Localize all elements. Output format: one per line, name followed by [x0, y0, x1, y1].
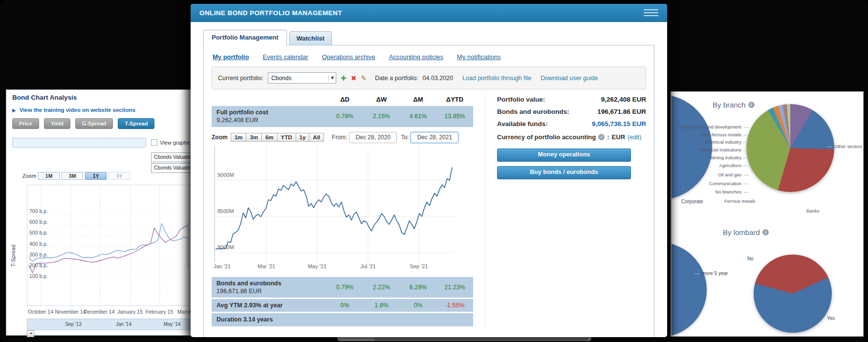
section-nav: My portfolio Events calendar Operations … — [212, 51, 646, 66]
delta-d-header: ΔD — [326, 96, 363, 103]
add-portfolio-icon[interactable]: ✚ — [341, 74, 347, 82]
menu-icon[interactable] — [644, 6, 658, 20]
current-portfolio-label: Current portfolio: — [218, 75, 263, 82]
pct-value: 6.29% — [400, 284, 436, 291]
navigator-tick: Sep '13 — [65, 321, 82, 327]
delta-m-header: ΔM — [400, 96, 436, 103]
zoom-3m-button[interactable]: 3m — [246, 133, 262, 142]
x-tick: January 15 — [117, 309, 143, 315]
tab-content: My portfolio Events calendar Operations … — [203, 45, 654, 337]
portfolio-value-chart: 9000M 8500M 8000M — [212, 146, 456, 263]
zoom-1y-button[interactable]: 1Y — [85, 172, 107, 180]
metric-button-group: Price Yield G-Spread T-Spread — [12, 118, 154, 129]
currency-separator: : — [607, 133, 609, 141]
yield-button[interactable]: Yield — [44, 118, 70, 129]
play-icon: ▶ — [12, 107, 16, 113]
nav-operations-archive[interactable]: Operations archive — [322, 53, 375, 61]
pct-value: 13.85% — [436, 113, 473, 120]
chart-title: By lombard — [723, 228, 760, 236]
pct-value: 0% — [326, 302, 363, 309]
pct-value: 4.61% — [400, 113, 436, 120]
zoom-6m-button[interactable]: 6m — [261, 133, 278, 142]
buy-bonds-button[interactable]: Buy bonds / eurobonds — [497, 166, 631, 179]
by-lombard-pie-chart — [754, 255, 832, 333]
pct-value: -1.55% — [436, 302, 473, 309]
summary-value: 9,262,408 EUR — [601, 96, 646, 103]
edit-currency-link[interactable]: (edit) — [628, 134, 641, 141]
navigator-scroll-left-button[interactable]: ◄ — [27, 330, 34, 337]
summary-label: Available funds: — [497, 120, 548, 128]
pct-value: 21.23% — [436, 284, 473, 291]
bonds-eurobonds-row: Bonds and eurobonds 196,671.86 EUR 0.79%… — [212, 277, 473, 298]
row-title: Avg YTM 2.93% at year — [217, 301, 326, 309]
tab-bar: Portfolio Management Watchlist — [203, 30, 654, 45]
info-icon[interactable]: i — [598, 134, 605, 140]
delta-header-row: ΔD ΔW ΔM ΔYTD — [212, 96, 473, 103]
zoom-1m-button[interactable]: 1M — [38, 172, 60, 180]
background-window-edge — [374, 338, 587, 341]
g-spread-button[interactable]: G-Spread — [75, 118, 113, 129]
portfolio-management-window: ONLINE BOND PORTFOLIO MANAGEMENT Portfol… — [191, 4, 667, 337]
stats-area: ΔD ΔW ΔM ΔYTD Full portfolio cost 9,262,… — [212, 96, 646, 328]
zoom-1m-button[interactable]: 1m — [231, 133, 247, 142]
training-video-link[interactable]: ▶ View the training video on website sec… — [12, 107, 135, 113]
window-body: Portfolio Management Watchlist My portfo… — [191, 22, 667, 337]
y-axis-title: T-Spread — [10, 245, 16, 267]
delete-portfolio-icon[interactable]: ✖ — [351, 74, 357, 82]
window-title: Bond Chart Analysis — [12, 94, 77, 101]
pie-label: Communication — [675, 181, 749, 186]
info-icon[interactable]: i — [748, 102, 755, 108]
tab-portfolio-management[interactable]: Portfolio Management — [203, 30, 287, 45]
portfolio-select[interactable]: Cbonds ▼ — [268, 72, 336, 84]
zoom-3y-button[interactable]: 3Y — [108, 172, 130, 180]
pie-label: Other sectors — [827, 144, 862, 149]
currency-value: EUR — [612, 133, 625, 141]
navigator-tick: May '14 — [164, 321, 181, 327]
money-operations-button[interactable]: Money operations — [497, 149, 631, 162]
summary-value: 9,065,736.15 EUR — [592, 120, 646, 128]
chevron-down-icon: ▼ — [328, 75, 336, 81]
zoom-ytd-button[interactable]: YTD — [277, 133, 296, 142]
bond-search-input[interactable] — [12, 138, 146, 148]
x-axis-labels: Jan '21 Mar '21 May '21 Jul '21 Sep '21 — [212, 263, 473, 271]
left-zoom-controls: Zoom 1M 3M 1Y 3Y — [22, 172, 130, 180]
to-date-input[interactable] — [411, 132, 458, 143]
edit-portfolio-icon[interactable]: ✎ — [361, 74, 367, 82]
zoom-3m-button[interactable]: 3M — [62, 172, 83, 180]
x-tick: November 14 — [55, 309, 86, 315]
available-funds-row: Available funds: 9,065,736.15 EUR — [497, 120, 646, 128]
nav-my-portfolio[interactable]: My portfolio — [213, 53, 249, 61]
y-tick: 600 b.p. — [29, 219, 48, 225]
view-graphic-checkbox[interactable] — [151, 139, 157, 146]
y-tick: 400 b.p. — [29, 241, 48, 247]
t-spread-button[interactable]: T-Spread — [118, 118, 154, 129]
tab-watchlist[interactable]: Watchlist — [289, 31, 332, 45]
x-tick: February 15 — [146, 309, 174, 315]
pie-label: Mining industry — [675, 155, 749, 160]
duration-row: Duration 3.14 years — [212, 313, 473, 326]
window-header: ONLINE BOND PORTFOLIO MANAGEMENT — [191, 4, 667, 22]
pct-value: 0.78% — [326, 113, 363, 120]
pie-label: Agriculture — [675, 163, 749, 168]
by-branch-pie-chart — [746, 104, 834, 192]
pie-label: Non-ferrous metals — [675, 132, 749, 137]
nav-accounting-policies[interactable]: Accounting policies — [389, 53, 443, 61]
from-date-input[interactable] — [349, 132, 397, 143]
price-button[interactable]: Price — [12, 118, 39, 129]
pie-label: No — [747, 256, 754, 261]
row-title: Full portfolio cost — [217, 108, 326, 116]
portfolio-select-value: Cbonds — [271, 75, 291, 82]
download-guide-link[interactable]: Download user guide — [541, 75, 598, 82]
nav-events-calendar[interactable]: Events calendar — [262, 53, 308, 61]
pie-label: Yes — [827, 316, 835, 321]
zoom-all-button[interactable]: All — [309, 133, 324, 142]
load-portfolio-link[interactable]: Load portfolio through file — [462, 75, 531, 82]
nav-my-notifications[interactable]: My notifications — [457, 53, 501, 61]
zoom-1y-button[interactable]: 1y — [296, 133, 310, 142]
info-icon[interactable]: i — [762, 229, 769, 235]
app-title: ONLINE BOND PORTFOLIO MANAGEMENT — [199, 9, 342, 17]
portfolio-value-row: Portfolio value: 9,262,408 EUR — [497, 96, 646, 103]
bonds-eurobonds-summary-row: Bonds and eurobonds: 196,671.86 EUR — [497, 108, 646, 115]
row-subtitle: 196,671.86 EUR — [217, 287, 326, 295]
pie-label: Financial institutions — [675, 147, 749, 152]
